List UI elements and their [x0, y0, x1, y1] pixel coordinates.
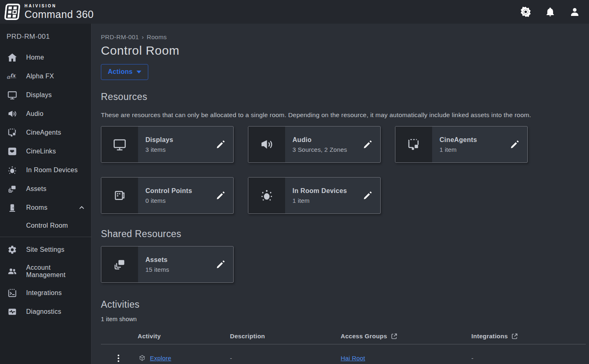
explore-cube-icon — [138, 354, 147, 362]
edit-pencil-icon[interactable] — [361, 189, 374, 202]
card-cineagents: CineAgents 1 item — [395, 126, 528, 163]
sidebar-item-label: Alpha FX — [26, 73, 85, 80]
sidebar-item-integrations[interactable]: Integrations — [0, 284, 91, 302]
sidebar-item-label: Audio — [26, 110, 85, 118]
sidebar-item-cineagents[interactable]: CineAgents — [0, 123, 91, 142]
sidebar-item-label: Home — [26, 54, 85, 61]
caret-down-icon — [136, 71, 141, 73]
card-subtitle: 1 item — [292, 197, 361, 204]
card-assets: Assets 15 items — [101, 246, 234, 283]
breadcrumb-separator: › — [142, 33, 144, 40]
notifications-bell-icon[interactable] — [544, 6, 556, 18]
sidebar-item-displays[interactable]: Displays — [0, 86, 91, 104]
sidebar-item-label: Rooms — [26, 204, 78, 211]
card-title: Displays — [145, 136, 214, 144]
sidebar-item-site-settings[interactable]: Site Settings — [0, 240, 91, 259]
access-group-link[interactable]: Hai Root — [341, 355, 365, 362]
card-subtitle: 1 item — [440, 146, 509, 153]
resource-cards: Displays 3 items Aud — [101, 126, 534, 214]
integrations-value: - — [471, 355, 586, 362]
card-title: In Room Devices — [292, 187, 361, 195]
edit-pencil-icon[interactable] — [214, 138, 227, 151]
sidebar-item-home[interactable]: Home — [0, 48, 91, 67]
sidebar-item-in-room-devices[interactable]: In Room Devices — [0, 161, 91, 180]
edit-pencil-icon[interactable] — [214, 189, 227, 202]
sidebar-item-control-room[interactable]: Control Room — [0, 217, 91, 234]
sidebar-item-diagnostics[interactable]: Diagnostics — [0, 302, 91, 321]
account-person-icon[interactable] — [569, 6, 581, 18]
brand: HAIVISION Command 360 — [5, 4, 94, 20]
edit-pencil-icon[interactable] — [361, 138, 374, 151]
breadcrumb-rooms[interactable]: Rooms — [147, 33, 167, 40]
top-bar: HAIVISION Command 360 — [0, 0, 589, 24]
resources-heading: Resources — [101, 91, 586, 102]
terminal-icon — [7, 288, 18, 298]
sidebar-item-account-management[interactable]: Account Management — [0, 259, 91, 284]
edit-pencil-icon[interactable] — [509, 138, 521, 151]
sidebar-item-assets[interactable]: Assets — [0, 180, 91, 198]
brand-name: HAIVISION — [25, 4, 94, 8]
sidebar-item-label: CineAgents — [26, 129, 85, 136]
card-subtitle: 15 items — [145, 266, 214, 273]
chevron-up-icon[interactable] — [78, 204, 85, 211]
column-integrations[interactable]: Integrations — [471, 333, 586, 340]
sidebar-item-label: Diagnostics — [26, 308, 85, 315]
card-control-points: Control Points 0 items — [101, 177, 234, 214]
gear-icon — [7, 245, 18, 255]
card-title: Control Points — [145, 187, 214, 195]
card-title: Assets — [145, 256, 214, 264]
pulse-icon — [7, 306, 18, 317]
shared-resource-cards: Assets 15 items — [101, 246, 534, 283]
sidebar-item-label: Assets — [26, 185, 85, 193]
shared-resources-heading: Shared Resources — [101, 229, 586, 240]
card-title: CineAgents — [440, 136, 509, 144]
card-subtitle: 3 Sources, 2 Zones — [292, 146, 361, 153]
column-description: Description — [230, 333, 341, 340]
breadcrumb-room[interactable]: PRD-RM-001 — [101, 33, 139, 40]
control-points-icon — [101, 178, 138, 213]
in-room-devices-icon — [248, 178, 285, 213]
audio-icon — [7, 109, 18, 119]
cineagents-icon — [395, 127, 432, 162]
activities-table: Activity Description Access Groups Integ… — [101, 328, 586, 364]
sidebar-item-rooms[interactable]: Rooms — [0, 198, 91, 217]
assets-icon — [101, 246, 138, 282]
table-header: Activity Description Access Groups Integ… — [101, 328, 586, 344]
actions-button[interactable]: Actions — [101, 64, 148, 80]
sidebar-item-label: CineLinks — [26, 148, 85, 155]
sidebar-item-alpha-fx[interactable]: α fx Alpha FX — [0, 67, 91, 86]
breadcrumb: PRD-RM-001 › Rooms — [101, 33, 586, 40]
page-title: Control Room — [101, 44, 586, 58]
table-row: Explore - Hai Root - — [101, 344, 586, 364]
row-menu-kebab-icon[interactable] — [113, 352, 124, 364]
sidebar-item-label: Site Settings — [26, 246, 85, 253]
sidebar-divider — [0, 237, 91, 237]
column-access-groups[interactable]: Access Groups — [341, 333, 471, 340]
alpha-fx-icon: α fx — [7, 72, 18, 81]
audio-icon — [248, 127, 285, 162]
sidebar-item-audio[interactable]: Audio — [0, 104, 91, 123]
home-icon — [7, 52, 18, 63]
sidebar-item-label: Account Management — [26, 264, 85, 279]
brand-text: HAIVISION Command 360 — [25, 4, 94, 20]
settings-icon[interactable] — [520, 6, 532, 18]
activity-link[interactable]: Explore — [150, 355, 171, 362]
sidebar-site-label: PRD-RM-001 — [0, 29, 91, 48]
cinelinks-icon — [7, 146, 18, 157]
sidebar-item-label: Integrations — [26, 289, 85, 297]
card-displays: Displays 3 items — [101, 126, 234, 163]
svg-text:fx: fx — [10, 73, 16, 78]
sidebar-item-label: In Room Devices — [26, 166, 85, 174]
card-subtitle: 0 items — [145, 197, 214, 204]
app-window: HAIVISION Command 360 — [0, 0, 589, 364]
display-icon — [7, 90, 18, 100]
display-icon — [101, 127, 138, 162]
edit-pencil-icon[interactable] — [214, 258, 227, 271]
topbar-actions — [520, 6, 583, 18]
external-link-icon — [390, 333, 398, 340]
column-activity: Activity — [138, 333, 230, 340]
sidebar-item-cinelinks[interactable]: CineLinks — [0, 142, 91, 161]
sidebar-subitem-label: Control Room — [26, 222, 68, 229]
card-subtitle: 3 items — [145, 146, 214, 153]
haivision-logo-icon — [4, 4, 20, 20]
